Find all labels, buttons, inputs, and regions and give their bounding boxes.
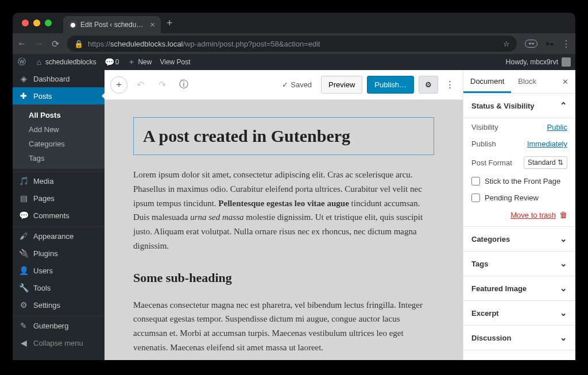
tab-block[interactable]: Block bbox=[511, 70, 543, 93]
heading-block[interactable]: Some sub-heading bbox=[133, 270, 434, 285]
browser-menu-button[interactable]: ⋮ bbox=[562, 38, 571, 49]
menu-icon: 🖌 bbox=[18, 231, 29, 241]
save-status: ✓ Saved bbox=[282, 80, 312, 89]
row-visibility: Visibility Public bbox=[471, 123, 567, 132]
lock-icon: 🔒 bbox=[74, 40, 83, 48]
chevron-down-icon: ⌄ bbox=[560, 258, 567, 269]
row-post-format: Post Format Standard ⇅ bbox=[471, 156, 567, 169]
sidebar-item-comments[interactable]: 💬Comments bbox=[13, 207, 105, 224]
panel-featured-image[interactable]: Featured Image⌄ bbox=[463, 276, 575, 301]
preview-button[interactable]: Preview bbox=[321, 76, 362, 94]
menu-icon: 💬 bbox=[18, 211, 29, 220]
sidebar-item-tools[interactable]: 🔧Tools bbox=[13, 279, 105, 296]
browser-tab[interactable]: Edit Post ‹ scheduledblocks — ✕ bbox=[63, 16, 161, 33]
redo-button[interactable]: ↷ bbox=[153, 76, 171, 94]
sidebar-item-users[interactable]: 👤Users bbox=[13, 262, 105, 279]
undo-button[interactable]: ↶ bbox=[131, 76, 149, 94]
paragraph-block[interactable]: Lorem ipsum dolor sit amet, consectetur … bbox=[133, 168, 434, 253]
row-publish: Publish Immediately bbox=[471, 140, 567, 148]
check-stick-front[interactable]: Stick to the Front Page bbox=[471, 177, 567, 185]
menu-icon: ✎ bbox=[18, 321, 29, 330]
comments-link[interactable]: 💬0 bbox=[105, 57, 119, 67]
view-post-link[interactable]: View Post bbox=[160, 58, 190, 66]
menu-icon: 🎵 bbox=[18, 176, 29, 185]
editor-canvas[interactable]: A post created in Gutenberg Lorem ipsum … bbox=[105, 100, 463, 360]
submenu-item-add-new[interactable]: Add New bbox=[13, 122, 105, 137]
extension-icon[interactable]: 🗝 bbox=[546, 39, 554, 48]
back-button[interactable]: ← bbox=[17, 38, 26, 49]
chevron-down-icon: ⌄ bbox=[560, 283, 567, 293]
admin-sidebar: ◈Dashboard✚PostsAll PostsAdd NewCategori… bbox=[13, 70, 105, 360]
pending-review-checkbox[interactable] bbox=[471, 194, 480, 202]
wp-logo[interactable]: ⓦ bbox=[17, 57, 26, 67]
avatar[interactable] bbox=[562, 57, 571, 67]
submenu-item-all-posts[interactable]: All Posts bbox=[13, 108, 105, 122]
post-title-block[interactable]: A post created in Gutenberg bbox=[133, 117, 434, 155]
tab-title: Edit Post ‹ scheduledblocks — bbox=[80, 21, 144, 29]
trash-icon: 🗑 bbox=[559, 210, 567, 219]
move-to-trash: Move to trash 🗑 bbox=[471, 210, 567, 219]
close-inspector-button[interactable]: ✕ bbox=[555, 71, 575, 93]
sidebar-item-collapse-menu[interactable]: ◀Collapse menu bbox=[13, 334, 105, 351]
chevron-down-icon: ⌄ bbox=[560, 234, 567, 244]
reload-button[interactable]: ⟳ bbox=[52, 38, 59, 49]
sidebar-item-gutenberg[interactable]: ✎Gutenberg bbox=[13, 316, 105, 334]
incognito-icon[interactable]: 👓 bbox=[525, 40, 537, 48]
menu-icon: ◈ bbox=[18, 74, 29, 83]
post-format-select[interactable]: Standard ⇅ bbox=[524, 156, 567, 169]
move-to-trash-link[interactable]: Move to trash bbox=[510, 211, 556, 219]
stick-front-checkbox[interactable] bbox=[471, 177, 480, 185]
new-link[interactable]: ＋New bbox=[127, 57, 152, 67]
chevron-down-icon: ⌄ bbox=[560, 333, 567, 343]
menu-icon: ✚ bbox=[18, 91, 29, 100]
sidebar-item-plugins[interactable]: 🔌Plugins bbox=[13, 245, 105, 262]
close-window-button[interactable] bbox=[22, 20, 29, 26]
info-button[interactable]: ⓘ bbox=[175, 76, 193, 94]
editor-toolbar: ＋ ↶ ↷ ⓘ ✓ Saved Preview Publish… ⚙ ⋮ bbox=[105, 70, 463, 100]
paragraph-block[interactable]: Maecenas consectetur magna nec est phare… bbox=[133, 298, 434, 355]
menu-icon: 🔌 bbox=[18, 249, 29, 258]
sidebar-item-dashboard[interactable]: ◈Dashboard bbox=[13, 70, 105, 87]
panel-discussion[interactable]: Discussion⌄ bbox=[463, 326, 575, 350]
window-traffic-lights bbox=[17, 20, 56, 26]
submenu-item-tags[interactable]: Tags bbox=[13, 151, 105, 165]
check-pending-review[interactable]: Pending Review bbox=[471, 194, 567, 202]
sidebar-item-posts[interactable]: ✚Posts bbox=[13, 87, 105, 105]
submenu-item-categories[interactable]: Categories bbox=[13, 137, 105, 151]
sidebar-item-pages[interactable]: ▤Pages bbox=[13, 190, 105, 207]
minimize-window-button[interactable] bbox=[33, 20, 40, 26]
panel-tags[interactable]: Tags⌄ bbox=[463, 252, 575, 276]
chevron-up-icon: ⌃ bbox=[560, 100, 567, 111]
address-bar[interactable]: 🔒 https://scheduledblocks.local/wp-admin… bbox=[67, 36, 517, 52]
menu-icon: ⚙ bbox=[18, 300, 29, 310]
tab-document[interactable]: Document bbox=[463, 70, 511, 93]
browser-tab-bar: Edit Post ‹ scheduledblocks — ✕ + bbox=[13, 13, 575, 33]
star-icon[interactable]: ☆ bbox=[503, 40, 510, 48]
howdy-link[interactable]: Howdy, mbcx9rvt bbox=[506, 58, 558, 66]
settings-toggle-button[interactable]: ⚙ bbox=[419, 76, 438, 94]
maximize-window-button[interactable] bbox=[45, 20, 52, 26]
sidebar-item-settings[interactable]: ⚙Settings bbox=[13, 296, 105, 314]
menu-icon: 👤 bbox=[18, 266, 29, 275]
new-tab-button[interactable]: + bbox=[167, 17, 173, 29]
panel-excerpt[interactable]: Excerpt⌄ bbox=[463, 301, 575, 326]
tab-favicon bbox=[69, 21, 77, 29]
sidebar-item-media[interactable]: 🎵Media bbox=[13, 171, 105, 190]
more-options-button[interactable]: ⋮ bbox=[443, 79, 457, 91]
sidebar-item-appearance[interactable]: 🖌Appearance bbox=[13, 226, 105, 245]
menu-icon: 🔧 bbox=[18, 283, 29, 292]
menu-icon: ▤ bbox=[18, 194, 29, 203]
publish-button[interactable]: Publish… bbox=[367, 76, 414, 94]
browser-toolbar: ← → ⟳ 🔒 https://scheduledblocks.local/wp… bbox=[13, 33, 575, 54]
panel-status-visibility[interactable]: Status & Visibility ⌃ bbox=[463, 94, 575, 118]
forward-button[interactable]: → bbox=[34, 38, 44, 49]
panel-categories[interactable]: Categories⌄ bbox=[463, 227, 575, 252]
close-tab-icon[interactable]: ✕ bbox=[150, 21, 155, 29]
site-link[interactable]: ⌂scheduledblocks bbox=[34, 57, 96, 67]
chevron-down-icon: ⌄ bbox=[560, 308, 567, 318]
inspector-sidebar: Document Block ✕ Status & Visibility ⌃ V… bbox=[463, 70, 575, 360]
publish-value-link[interactable]: Immediately bbox=[527, 140, 567, 148]
menu-icon: ◀ bbox=[18, 338, 29, 347]
add-block-button[interactable]: ＋ bbox=[110, 76, 127, 94]
visibility-value-link[interactable]: Public bbox=[547, 123, 567, 132]
